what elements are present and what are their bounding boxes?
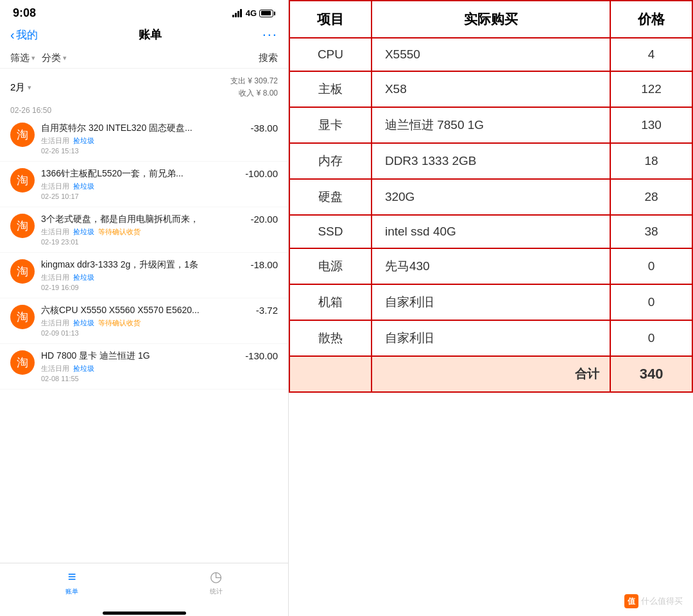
col-header-item: 项目 bbox=[289, 1, 372, 38]
tx-date: 02-26 15:13 bbox=[41, 147, 244, 155]
more-button[interactable]: ··· bbox=[262, 26, 278, 43]
cell-price: 130 bbox=[610, 107, 692, 143]
tx-meta: 生活日用 捡垃圾 bbox=[41, 364, 239, 373]
table-row: 硬盘320G28 bbox=[289, 179, 692, 215]
tx-title: 自用英特尔 320 INTEL320 固态硬盘... bbox=[41, 123, 244, 134]
category-button[interactable]: 分类 ▾ bbox=[42, 52, 67, 64]
tab-bill[interactable]: ≡ 账单 bbox=[0, 569, 144, 596]
watermark-logo: 值 bbox=[624, 594, 638, 608]
tx-date: 02-25 10:17 bbox=[41, 193, 239, 200]
income-summary: 收入 ¥ 8.00 bbox=[230, 87, 278, 99]
nav-bar: ‹ 我的 账单 ··· bbox=[0, 22, 288, 48]
tx-category: 生活日用 bbox=[41, 136, 69, 146]
status-bar: 9:08 4G bbox=[0, 0, 288, 22]
col-header-price: 价格 bbox=[610, 1, 692, 38]
search-label: 搜索 bbox=[259, 52, 278, 63]
tx-content: 自用英特尔 320 INTEL320 固态硬盘... 生活日用 捡垃圾 02-2… bbox=[41, 123, 244, 155]
network-label: 4G bbox=[246, 8, 257, 18]
tx-amount: -3.72 bbox=[256, 305, 278, 316]
tab-stats[interactable]: ◷ 统计 bbox=[144, 569, 289, 596]
merchant-icon: 淘 bbox=[10, 123, 35, 147]
tx-meta: 生活日用 捡垃圾 bbox=[41, 136, 244, 146]
month-selector[interactable]: 2月 ▾ bbox=[10, 81, 31, 94]
bill-tab-icon: ≡ bbox=[68, 569, 76, 585]
cell-purchase: 迪兰恒进 7850 1G bbox=[372, 107, 610, 143]
tx-pending-tag: 等待确认收货 bbox=[98, 318, 141, 328]
list-item[interactable]: 淘 自用英特尔 320 INTEL320 固态硬盘... 生活日用 捡垃圾 02… bbox=[0, 116, 288, 162]
stats-tab-label: 统计 bbox=[210, 587, 223, 596]
tx-content: 3个老式硬盘，都是自用电脑拆机而来， 生活日用 捡垃圾 等待确认收货 02-19… bbox=[41, 214, 244, 246]
tx-meta: 生活日用 捡垃圾 等待确认收货 bbox=[41, 227, 244, 237]
table-panel: 项目 实际购买 价格 CPUX55504主板X58122显卡迪兰恒进 7850 … bbox=[289, 0, 693, 616]
phone-panel: 9:08 4G ‹ 我的 账单 ··· 筛选 ▾ bbox=[0, 0, 289, 616]
table-row: 显卡迪兰恒进 7850 1G130 bbox=[289, 107, 692, 143]
table-row: CPUX55504 bbox=[289, 38, 692, 71]
tx-category: 生活日用 bbox=[41, 273, 69, 282]
cell-item: 硬盘 bbox=[289, 179, 372, 215]
table-row: 电源先马4300 bbox=[289, 248, 692, 284]
status-time: 9:08 bbox=[13, 6, 36, 20]
search-button[interactable]: 搜索 bbox=[259, 52, 278, 64]
cell-purchase: X58 bbox=[372, 71, 610, 107]
filter-button[interactable]: 筛选 ▾ bbox=[10, 52, 35, 64]
cell-purchase: 320G bbox=[372, 179, 610, 215]
tx-amount: -38.00 bbox=[250, 123, 278, 133]
page-title: 账单 bbox=[139, 27, 162, 42]
cell-item: 内存 bbox=[289, 143, 372, 179]
watermark: 值 什么值得买 bbox=[624, 594, 683, 608]
cell-price: 38 bbox=[610, 215, 692, 248]
filter-chevron-icon: ▾ bbox=[31, 54, 35, 62]
cell-item: 电源 bbox=[289, 248, 372, 284]
cell-price: 0 bbox=[610, 320, 692, 356]
tx-amount: -18.00 bbox=[250, 259, 278, 270]
transaction-list: 02-26 16:50 淘 自用英特尔 320 INTEL320 固态硬盘...… bbox=[0, 103, 288, 563]
category-label: 分类 bbox=[42, 52, 61, 64]
tx-tag: 捡垃圾 bbox=[73, 182, 94, 191]
cell-purchase: DDR3 1333 2GB bbox=[372, 143, 610, 179]
cell-price: 18 bbox=[610, 143, 692, 179]
list-item[interactable]: 淘 HD 7800 显卡 迪兰恒进 1G 生活日用 捡垃圾 02-08 11:5… bbox=[0, 344, 288, 389]
cell-item: CPU bbox=[289, 38, 372, 71]
col-header-purchase: 实际购买 bbox=[372, 1, 610, 38]
cell-item[interactable]: 散热 bbox=[289, 320, 372, 356]
list-item[interactable]: 淘 3个老式硬盘，都是自用电脑拆机而来， 生活日用 捡垃圾 等待确认收货 02-… bbox=[0, 207, 288, 253]
cell-price: 0 bbox=[610, 284, 692, 320]
bill-tab-label: 账单 bbox=[65, 587, 78, 596]
table-row: 机箱自家利旧0 bbox=[289, 284, 692, 320]
month-chevron-icon: ▾ bbox=[28, 83, 31, 92]
cell-item[interactable]: 主板 bbox=[289, 71, 372, 107]
merchant-icon: 淘 bbox=[10, 305, 35, 329]
merchant-icon: 淘 bbox=[10, 259, 35, 284]
tx-date: 02-19 16:09 bbox=[41, 284, 244, 291]
list-item[interactable]: 淘 kingmax ddr3-1333 2g，升级闲置，1条 生活日用 捡垃圾 … bbox=[0, 253, 288, 298]
tx-title: kingmax ddr3-1333 2g，升级闲置，1条 bbox=[41, 259, 244, 271]
tx-tag: 捡垃圾 bbox=[73, 364, 94, 373]
cell-price: 4 bbox=[610, 38, 692, 71]
cell-purchase: 先马430 bbox=[372, 248, 610, 284]
merchant-icon: 淘 bbox=[10, 168, 35, 193]
total-label: 合计 bbox=[372, 356, 610, 392]
back-arrow-icon: ‹ bbox=[10, 28, 15, 42]
tx-tag: 捡垃圾 bbox=[73, 136, 94, 146]
list-item[interactable]: 淘 六核CPU X5550 X5560 X5570 E5620... 生活日用 … bbox=[0, 298, 288, 344]
back-button[interactable]: ‹ 我的 bbox=[10, 28, 38, 42]
home-indicator bbox=[0, 609, 288, 616]
tx-content: 1366针主板配L5520一套，前兄弟... 生活日用 捡垃圾 02-25 10… bbox=[41, 168, 239, 200]
tab-bar: ≡ 账单 ◷ 统计 bbox=[0, 563, 288, 609]
table-row: 内存DDR3 1333 2GB18 bbox=[289, 143, 692, 179]
list-item[interactable]: 淘 1366针主板配L5520一套，前兄弟... 生活日用 捡垃圾 02-25 … bbox=[0, 162, 288, 207]
tx-category: 生活日用 bbox=[41, 182, 69, 191]
month-label-text: 2月 bbox=[10, 81, 25, 94]
filter-label: 筛选 bbox=[10, 52, 30, 64]
cell-price: 122 bbox=[610, 71, 692, 107]
cell-purchase: 自家利旧 bbox=[372, 284, 610, 320]
tx-tag: 捡垃圾 bbox=[73, 273, 94, 282]
total-value: 340 bbox=[610, 356, 692, 392]
watermark-text: 什么值得买 bbox=[641, 595, 683, 607]
date-group-label: 02-26 16:50 bbox=[0, 103, 288, 116]
table-row: 主板X58122 bbox=[289, 71, 692, 107]
tx-title: 3个老式硬盘，都是自用电脑拆机而来， bbox=[41, 214, 244, 225]
tx-amount: -130.00 bbox=[245, 350, 278, 361]
tx-content: kingmax ddr3-1333 2g，升级闲置，1条 生活日用 捡垃圾 02… bbox=[41, 259, 244, 291]
tx-content: HD 7800 显卡 迪兰恒进 1G 生活日用 捡垃圾 02-08 11:55 bbox=[41, 350, 239, 382]
